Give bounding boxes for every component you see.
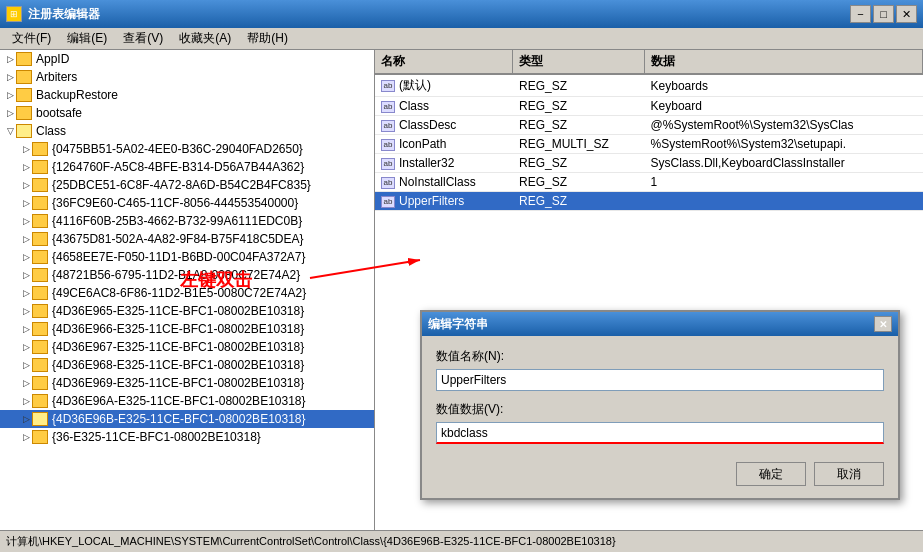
dialog-name-input[interactable] [436, 369, 884, 391]
dialog-close-button[interactable]: ✕ [874, 316, 892, 332]
tree-item-label-sub15: {4D36E96B-E325-11CE-BFC1-08002BE10318} [52, 412, 306, 426]
dialog-name-label: 数值名称(N): [436, 348, 884, 365]
tree-item-label-sub3: {36FC9E60-C465-11CF-8056-444553540000} [52, 196, 298, 210]
tree-item-label-sub10: {4D36E966-E325-11CE-BFC1-08002BE10318} [52, 322, 304, 336]
folder-icon-sub14 [32, 394, 48, 408]
menu-file[interactable]: 文件(F) [4, 28, 59, 49]
table-row[interactable]: abNoInstallClass REG_SZ 1 [375, 173, 923, 192]
tree-scroll[interactable]: ▷ AppID ▷ Arbiters ▷ BackupRestore ▷ [0, 50, 374, 530]
folder-icon-class [16, 124, 32, 138]
app-icon: ⊞ [6, 6, 22, 22]
menu-bar: 文件(F) 编辑(E) 查看(V) 收藏夹(A) 帮助(H) [0, 28, 923, 50]
dialog-title-bar: 编辑字符串 ✕ [422, 312, 898, 336]
tree-item-label-arbiters: Arbiters [36, 70, 77, 84]
col-name: 名称 [375, 50, 513, 74]
maximize-button[interactable]: □ [873, 5, 894, 23]
expand-arrow-sub10: ▷ [20, 324, 32, 334]
tree-item-sub-12[interactable]: ▷ {4D36E968-E325-11CE-BFC1-08002BE10318} [0, 356, 374, 374]
folder-icon-sub9 [32, 304, 48, 318]
expand-arrow-sub0: ▷ [20, 144, 32, 154]
tree-item-sub-6[interactable]: ▷ {4658EE7E-F050-11D1-B6BD-00C04FA372A7} [0, 248, 374, 266]
tree-item-label-sub16: {36-E325-11CE-BFC1-08002BE10318} [52, 430, 261, 444]
cell-type: REG_SZ [513, 74, 645, 97]
table-row[interactable]: abClassDesc REG_SZ @%SystemRoot%\System3… [375, 116, 923, 135]
menu-view[interactable]: 查看(V) [115, 28, 171, 49]
folder-icon-bootsafe [16, 106, 32, 120]
folder-icon-sub12 [32, 358, 48, 372]
tree-item-sub-11[interactable]: ▷ {4D36E967-E325-11CE-BFC1-08002BE10318} [0, 338, 374, 356]
dialog-buttons: 确定 取消 [436, 462, 884, 486]
tree-item-sub-16[interactable]: ▷ {36-E325-11CE-BFC1-08002BE10318} [0, 428, 374, 446]
tree-item-arbiters[interactable]: ▷ Arbiters [0, 68, 374, 86]
dialog-data-label: 数值数据(V): [436, 401, 884, 418]
cell-name: ab(默认) [375, 74, 513, 97]
reg-icon: ab [381, 177, 395, 189]
dialog-body: 数值名称(N): 数值数据(V): 确定 取消 [422, 336, 898, 498]
expand-arrow-sub5: ▷ [20, 234, 32, 244]
cell-type: REG_SZ [513, 116, 645, 135]
dialog-cancel-button[interactable]: 取消 [814, 462, 884, 486]
expand-arrow-backuprestore: ▷ [4, 90, 16, 100]
folder-icon-appid [16, 52, 32, 66]
expand-arrow-sub9: ▷ [20, 306, 32, 316]
table-row[interactable]: abIconPath REG_MULTI_SZ %SystemRoot%\Sys… [375, 135, 923, 154]
tree-item-label-sub14: {4D36E96A-E325-11CE-BFC1-08002BE10318} [52, 394, 306, 408]
reg-icon: ab [381, 101, 395, 113]
tree-item-sub-13[interactable]: ▷ {4D36E969-E325-11CE-BFC1-08002BE10318} [0, 374, 374, 392]
tree-item-sub-0[interactable]: ▷ {0475BB51-5A02-4EE0-B36C-29040FAD2650} [0, 140, 374, 158]
expand-arrow-sub2: ▷ [20, 180, 32, 190]
cell-data: 1 [645, 173, 923, 192]
tree-item-sub-10[interactable]: ▷ {4D36E966-E325-11CE-BFC1-08002BE10318} [0, 320, 374, 338]
dialog-ok-button[interactable]: 确定 [736, 462, 806, 486]
tree-item-appid[interactable]: ▷ AppID [0, 50, 374, 68]
expand-arrow-sub8: ▷ [20, 288, 32, 298]
tree-item-sub-3[interactable]: ▷ {36FC9E60-C465-11CF-8056-444553540000} [0, 194, 374, 212]
tree-item-sub-2[interactable]: ▷ {25DBCE51-6C8F-4A72-8A6D-B54C2B4FC835} [0, 176, 374, 194]
tree-item-sub-14[interactable]: ▷ {4D36E96A-E325-11CE-BFC1-08002BE10318} [0, 392, 374, 410]
folder-icon-sub8 [32, 286, 48, 300]
tree-item-bootsafe[interactable]: ▷ bootsafe [0, 104, 374, 122]
folder-icon-sub4 [32, 214, 48, 228]
tree-item-label-sub5: {43675D81-502A-4A82-9F84-B75F418C5DEA} [52, 232, 304, 246]
cell-data: Keyboard [645, 97, 923, 116]
tree-item-backuprestore[interactable]: ▷ BackupRestore [0, 86, 374, 104]
tree-item-sub-8[interactable]: ▷ {49CE6AC8-6F86-11D2-B1E5-0080C72E74A2} [0, 284, 374, 302]
minimize-button[interactable]: − [850, 5, 871, 23]
tree-item-label-class: Class [36, 124, 66, 138]
expand-arrow-sub4: ▷ [20, 216, 32, 226]
close-button[interactable]: ✕ [896, 5, 917, 23]
table-row[interactable]: abClass REG_SZ Keyboard [375, 97, 923, 116]
tree-item-sub-4[interactable]: ▷ {4116F60B-25B3-4662-B732-99A6111EDC0B} [0, 212, 374, 230]
tree-item-sub-9[interactable]: ▷ {4D36E965-E325-11CE-BFC1-08002BE10318} [0, 302, 374, 320]
dialog-data-input[interactable] [436, 422, 884, 444]
menu-edit[interactable]: 编辑(E) [59, 28, 115, 49]
tree-item-label-sub4: {4116F60B-25B3-4662-B732-99A6111EDC0B} [52, 214, 302, 228]
expand-arrow-sub7: ▷ [20, 270, 32, 280]
table-row[interactable]: abUpperFilters REG_SZ [375, 192, 923, 211]
folder-icon-sub0 [32, 142, 48, 156]
cell-name: abUpperFilters [375, 192, 513, 211]
cell-name: abNoInstallClass [375, 173, 513, 192]
folder-icon-sub15 [32, 412, 48, 426]
expand-arrow-sub6: ▷ [20, 252, 32, 262]
tree-item-class[interactable]: ▽ Class [0, 122, 374, 140]
title-bar: ⊞ 注册表编辑器 − □ ✕ [0, 0, 923, 28]
tree-item-label-bootsafe: bootsafe [36, 106, 82, 120]
tree-item-sub-7[interactable]: ▷ {48721B56-6795-11D2-B1A8-0080C72E74A2} [0, 266, 374, 284]
tree-panel: ▷ AppID ▷ Arbiters ▷ BackupRestore ▷ [0, 50, 375, 530]
tree-item-sub-15[interactable]: ▷ {4D36E96B-E325-11CE-BFC1-08002BE10318} [0, 410, 374, 428]
tree-item-label-sub0: {0475BB51-5A02-4EE0-B36C-29040FAD2650} [52, 142, 303, 156]
menu-favorites[interactable]: 收藏夹(A) [171, 28, 239, 49]
folder-icon-sub2 [32, 178, 48, 192]
reg-icon: ab [381, 158, 395, 170]
tree-item-label-sub13: {4D36E969-E325-11CE-BFC1-08002BE10318} [52, 376, 304, 390]
tree-item-label-sub9: {4D36E965-E325-11CE-BFC1-08002BE10318} [52, 304, 304, 318]
tree-item-sub-1[interactable]: ▷ {1264760F-A5C8-4BFE-B314-D56A7B44A362} [0, 158, 374, 176]
table-row[interactable]: abInstaller32 REG_SZ SysClass.Dll,Keyboa… [375, 154, 923, 173]
menu-help[interactable]: 帮助(H) [239, 28, 296, 49]
table-row[interactable]: ab(默认) REG_SZ Keyboards [375, 74, 923, 97]
edit-string-dialog: 编辑字符串 ✕ 数值名称(N): 数值数据(V): 确定 取消 [420, 310, 900, 500]
expand-arrow-appid: ▷ [4, 54, 16, 64]
folder-icon-sub3 [32, 196, 48, 210]
tree-item-sub-5[interactable]: ▷ {43675D81-502A-4A82-9F84-B75F418C5DEA} [0, 230, 374, 248]
